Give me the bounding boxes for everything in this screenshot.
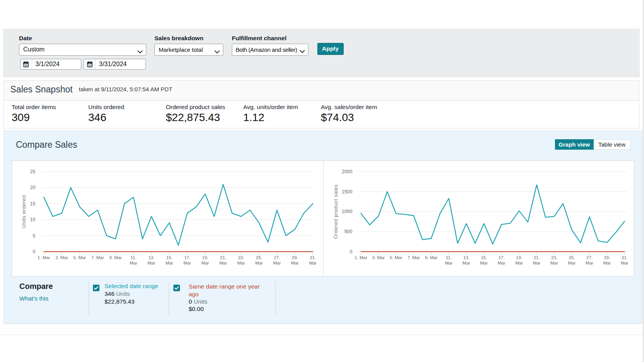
svg-text:17.: 17. [498,255,505,260]
svg-text:Mar: Mar [568,261,576,265]
svg-text:0: 0 [33,249,36,254]
svg-text:29.: 29. [604,255,610,260]
svg-text:Mar: Mar [273,261,281,265]
svg-text:7. Mar: 7. Mar [91,255,104,260]
svg-text:Mar: Mar [309,261,317,265]
svg-text:Ordered product sales: Ordered product sales [333,184,339,239]
svg-text:15.: 15. [166,255,173,260]
svg-text:Mar: Mar [130,261,137,265]
svg-text:Mar: Mar [237,261,245,265]
svg-text:Mar: Mar [291,261,299,265]
svg-text:27.: 27. [586,255,593,260]
svg-text:Mar: Mar [603,261,611,265]
svg-text:21.: 21. [534,255,540,260]
svg-text:Mar: Mar [201,261,209,265]
svg-text:1. Mar: 1. Mar [38,255,50,260]
svg-text:10: 10 [30,217,36,222]
svg-text:9. Mar: 9. Mar [109,255,122,260]
svg-text:Mar: Mar [166,261,173,265]
svg-text:11.: 11. [446,255,452,260]
svg-text:Mar: Mar [445,261,453,265]
svg-text:31.: 31. [622,255,628,260]
svg-text:25: 25 [30,169,36,174]
svg-text:17.: 17. [184,255,190,260]
svg-text:Mar: Mar [480,261,488,265]
svg-text:Mar: Mar [550,261,558,265]
svg-text:1000: 1000 [342,209,353,214]
svg-text:27.: 27. [274,255,280,260]
svg-text:23.: 23. [238,255,244,260]
svg-text:15: 15 [30,201,36,207]
svg-text:5. Mar: 5. Mar [390,255,402,260]
svg-text:9. Mar: 9. Mar [425,255,438,260]
svg-text:5: 5 [33,233,36,239]
svg-text:Units ordered: Units ordered [21,195,27,228]
svg-text:13.: 13. [463,255,469,260]
svg-text:2000: 2000 [342,169,353,174]
svg-text:3. Mar: 3. Mar [55,255,68,260]
svg-text:7. Mar: 7. Mar [408,255,420,260]
svg-text:1500: 1500 [342,189,353,195]
svg-text:19.: 19. [516,255,522,260]
svg-text:Mar: Mar [219,261,227,265]
svg-text:29.: 29. [292,255,298,260]
svg-text:Mar: Mar [147,261,155,265]
svg-text:Mar: Mar [621,261,629,265]
svg-text:21.: 21. [220,255,226,260]
svg-text:31.: 31. [310,255,316,260]
svg-text:13.: 13. [148,255,154,260]
svg-text:Mar: Mar [515,261,523,265]
svg-text:3. Mar: 3. Mar [372,255,385,260]
svg-text:Mar: Mar [586,261,593,265]
svg-text:Mar: Mar [462,261,470,265]
svg-text:20: 20 [30,185,36,190]
svg-text:500: 500 [344,229,353,234]
svg-text:Mar: Mar [255,261,263,265]
svg-text:Mar: Mar [533,261,541,265]
svg-text:15.: 15. [481,255,487,260]
svg-text:25.: 25. [256,255,262,260]
svg-text:25.: 25. [569,255,575,260]
svg-text:23.: 23. [551,255,557,260]
svg-text:1. Mar: 1. Mar [355,255,367,260]
svg-text:Mar: Mar [498,261,505,265]
svg-text:5. Mar: 5. Mar [74,255,86,260]
svg-text:Mar: Mar [183,261,191,265]
svg-text:11.: 11. [130,255,136,260]
svg-text:19.: 19. [202,255,208,260]
svg-text:0: 0 [350,249,353,254]
